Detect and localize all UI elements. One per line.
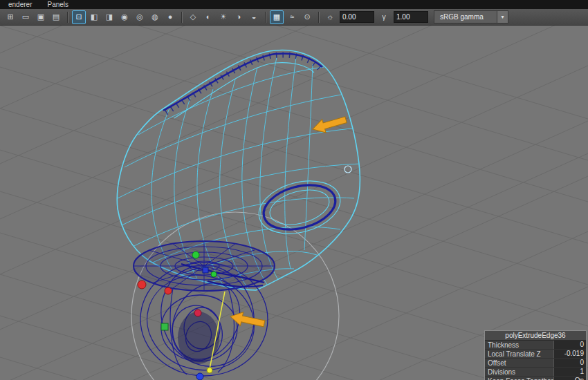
hud-row-keep-faces-together: Keep Faces Together On	[485, 377, 586, 380]
resolution-gate-icon[interactable]: ▣	[34, 10, 48, 24]
gamma-field[interactable]	[394, 11, 428, 23]
bounding-box-icon[interactable]: ◇	[186, 10, 200, 24]
viewport-toolbar: ⊞ ▭ ▣ ▤ ⊡ ◧ ◨ ◉ ◎ ◍ ● ◇ ◐ ☀ ◑ ◒ ▦ ≈ ⊙ ☼ …	[0, 9, 588, 26]
film-gate-icon[interactable]: ▭	[19, 10, 33, 24]
toolbar-separator	[318, 12, 319, 23]
hud-label: Offset	[488, 359, 553, 367]
frame-selection-icon[interactable]: ◎	[133, 10, 147, 24]
hud-label: Thickness	[488, 341, 553, 349]
viewport-canvas	[0, 26, 588, 380]
ambient-occlusion-icon[interactable]: ◒	[247, 10, 261, 24]
menu-renderer[interactable]: enderer	[8, 1, 32, 8]
hud-title: polyExtrudeEdge36	[485, 331, 586, 341]
poly-extrude-hud: polyExtrudeEdge36 Thickness 0 Local Tran…	[484, 330, 587, 380]
gate-mask-icon[interactable]: ▤	[49, 10, 63, 24]
safe-title-icon[interactable]: ◨	[102, 10, 116, 24]
hud-value-field[interactable]: 0	[553, 359, 586, 367]
hud-row-divisions: Divisions 1	[485, 368, 586, 377]
hud-label: Divisions	[488, 368, 553, 376]
isolate-select-icon[interactable]: ⊙	[300, 10, 314, 24]
grid-icon[interactable]: ⊞	[3, 10, 17, 24]
menubar: enderer Panels	[0, 0, 588, 9]
menu-panels[interactable]: Panels	[47, 1, 68, 8]
hud-row-local-translate-z: Local Translate Z -0.019	[485, 350, 586, 359]
hud-row-thickness: Thickness 0	[485, 341, 586, 350]
toolbar-separator	[265, 12, 266, 23]
textured-icon[interactable]: ◐	[201, 10, 215, 24]
hud-label: Keep Faces Together	[488, 377, 553, 380]
hud-row-offset: Offset 0	[485, 359, 586, 368]
vertex-handle-red-1[interactable]	[138, 281, 146, 289]
shadows-icon[interactable]: ◑	[232, 10, 246, 24]
ground-grid	[0, 26, 588, 380]
wireframe-icon[interactable]: ◍	[148, 10, 162, 24]
vertex-handle-red-2[interactable]	[165, 287, 172, 294]
multisample-icon[interactable]: ▦	[270, 10, 284, 24]
hud-label: Local Translate Z	[488, 350, 553, 358]
side-hole	[253, 173, 347, 243]
exposure-field[interactable]	[340, 11, 374, 23]
annotation-arrows	[229, 113, 348, 331]
hud-value-field[interactable]: 0	[553, 341, 586, 349]
gamma-icon[interactable]: γ	[377, 10, 391, 24]
frame-all-icon[interactable]: ◉	[118, 10, 131, 24]
manipulator-handle-yellow[interactable]	[207, 368, 212, 373]
dense-mesh	[134, 241, 275, 380]
view-transform-value: sRGB gamma	[434, 13, 497, 21]
vertex-marker	[344, 166, 351, 173]
motion-blur-icon[interactable]: ≈	[285, 10, 299, 24]
chevron-down-icon[interactable]: ▾	[497, 11, 508, 23]
toolbar-separator	[67, 12, 68, 23]
hud-value-field[interactable]: On	[553, 377, 586, 380]
perspective-viewport[interactable]: polyExtrudeEdge36 Thickness 0 Local Tran…	[0, 26, 588, 380]
handle-green-square[interactable]	[161, 323, 168, 330]
vertex-handle-crimson[interactable]	[194, 310, 201, 316]
hud-value-field[interactable]: 1	[553, 368, 586, 376]
hud-value-field[interactable]: -0.019	[553, 350, 586, 358]
vertex-handle-green-1[interactable]	[192, 251, 199, 258]
safe-action-icon[interactable]: ◧	[87, 10, 101, 24]
lights-icon[interactable]: ☀	[217, 10, 230, 24]
view-transform-dropdown[interactable]: sRGB gamma ▾	[434, 10, 508, 23]
manipulator-handle-blue[interactable]	[196, 373, 203, 380]
smooth-shade-icon[interactable]: ●	[163, 10, 177, 24]
field-chart-icon[interactable]: ⊡	[72, 10, 86, 24]
vertex-handle-green-2[interactable]	[211, 272, 217, 277]
exposure-icon[interactable]: ☼	[323, 10, 337, 24]
handle-blue-square[interactable]	[203, 267, 208, 273]
toolbar-separator	[181, 12, 182, 23]
